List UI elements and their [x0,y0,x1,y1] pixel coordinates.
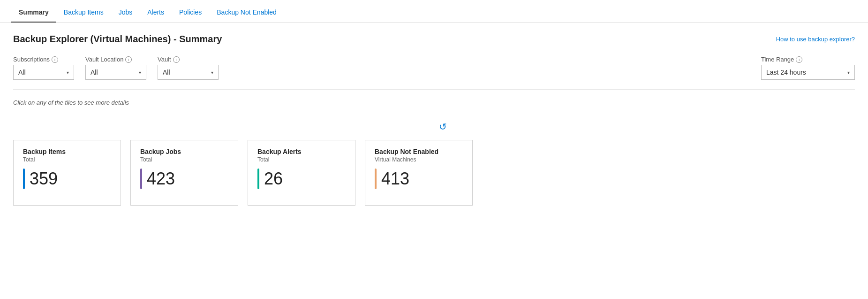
vault-select[interactable]: All ▾ [158,65,219,80]
tile-title-backup-alerts: Backup Alerts [257,148,346,155]
subscriptions-chevron-icon: ▾ [67,70,69,75]
vault-label: Vault i [158,56,219,63]
tile-number-backup-items: 359 [30,170,58,187]
tile-backup-alerts[interactable]: Backup Alerts Total 26 [248,140,355,206]
tile-subtitle-backup-alerts: Total [257,156,346,163]
tab-backup-items[interactable]: Backup Items [56,3,111,23]
vault-chevron-icon: ▾ [211,70,213,75]
tile-number-backup-jobs: 423 [147,170,175,187]
tile-title-backup-jobs: Backup Jobs [140,148,228,155]
tile-backup-not-enabled[interactable]: Backup Not Enabled Virtual Machines 413 [365,140,473,206]
hint-text: Click on any of the tiles to see more de… [13,99,855,106]
tile-number-backup-not-enabled: 413 [381,170,409,187]
refresh-area: ↺ [13,119,855,134]
tile-subtitle-backup-not-enabled: Virtual Machines [375,156,463,163]
vault-location-info-icon: i [125,56,132,63]
subscriptions-info-icon: i [52,56,58,63]
tile-bar-backup-alerts [257,169,259,189]
tile-backup-items[interactable]: Backup Items Total 359 [13,140,121,206]
subscriptions-filter: Subscriptions i All ▾ [13,56,74,80]
tile-subtitle-backup-items: Total [23,156,111,163]
help-link[interactable]: How to use backup explorer? [776,36,855,43]
time-range-select[interactable]: Last 24 hours ▾ [761,65,855,80]
vault-filter: Vault i All ▾ [158,56,219,80]
subscriptions-label: Subscriptions i [13,56,74,63]
vault-location-select[interactable]: All ▾ [85,65,146,80]
subscriptions-select[interactable]: All ▾ [13,65,74,80]
tab-bar: SummaryBackup ItemsJobsAlertsPoliciesBac… [0,0,868,23]
vault-info-icon: i [173,56,180,63]
tile-value-row-backup-items: 359 [23,169,111,189]
time-range-info-icon: i [796,56,802,63]
time-range-chevron-icon: ▾ [847,70,850,75]
time-range-label: Time Range i [761,56,855,63]
tile-title-backup-not-enabled: Backup Not Enabled [375,148,463,155]
tile-value-row-backup-jobs: 423 [140,169,228,189]
tab-policies[interactable]: Policies [172,3,209,23]
vault-location-label: Vault Location i [85,56,146,63]
tile-title-backup-items: Backup Items [23,148,111,155]
tile-backup-jobs[interactable]: Backup Jobs Total 423 [130,140,238,206]
vault-location-filter: Vault Location i All ▾ [85,56,146,80]
tile-bar-backup-items [23,169,25,189]
vault-location-chevron-icon: ▾ [139,70,141,75]
filters-row: Subscriptions i All ▾ Vault Location i A… [13,56,855,80]
main-content: Backup Explorer (Virtual Machines) - Sum… [0,23,868,217]
page-title: Backup Explorer (Virtual Machines) - Sum… [13,34,222,45]
refresh-button[interactable]: ↺ [435,119,450,134]
tab-alerts[interactable]: Alerts [140,3,172,23]
tab-jobs[interactable]: Jobs [111,3,140,23]
tile-number-backup-alerts: 26 [264,170,283,187]
tile-value-row-backup-not-enabled: 413 [375,169,463,189]
tile-subtitle-backup-jobs: Total [140,156,228,163]
tiles-row: Backup Items Total 359 Backup Jobs Total… [13,140,855,206]
time-range-filter: Time Range i Last 24 hours ▾ [761,56,855,80]
tile-bar-backup-not-enabled [375,169,377,189]
tab-summary[interactable]: Summary [11,3,56,23]
tile-value-row-backup-alerts: 26 [257,169,346,189]
tile-bar-backup-jobs [140,169,142,189]
title-row: Backup Explorer (Virtual Machines) - Sum… [13,34,855,45]
tab-backup-not-enabled[interactable]: Backup Not Enabled [209,3,284,23]
divider [13,89,855,90]
